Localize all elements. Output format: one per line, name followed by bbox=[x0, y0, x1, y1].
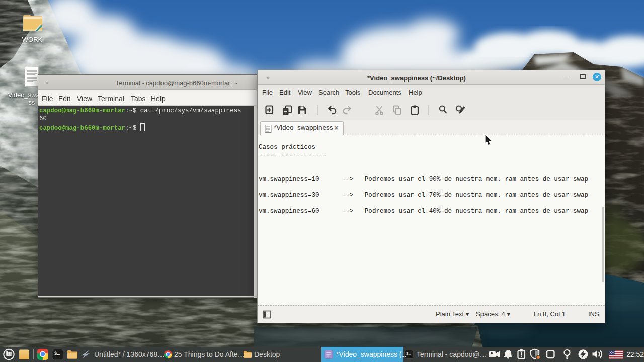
svg-text:$: $ bbox=[54, 351, 57, 356]
